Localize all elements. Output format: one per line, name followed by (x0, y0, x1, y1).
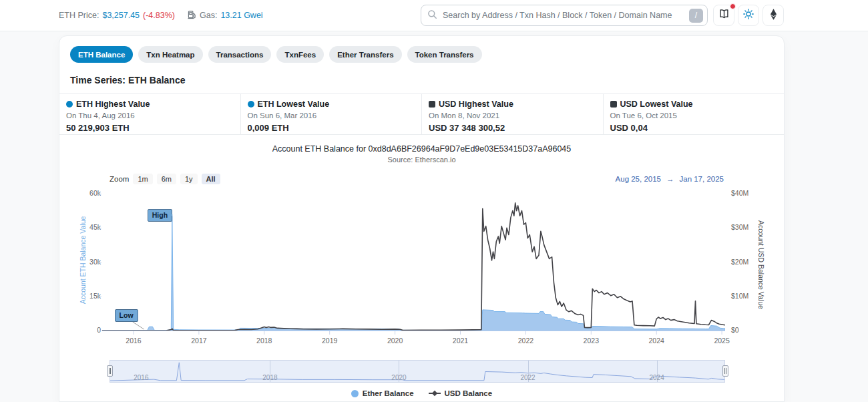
stat-box-0: ETH Highest ValueOn Thu 4, Aug 201650 21… (59, 94, 240, 134)
chart-legend: Ether BalanceUSD Balance (59, 389, 784, 397)
notification-dot (730, 3, 736, 9)
y-tick-left: 0 (66, 326, 101, 334)
chart-tabs: ETH BalanceTxn HeatmapTransactionsTxnFee… (70, 46, 482, 63)
stat-date: On Thu 4, Aug 2016 (66, 112, 240, 120)
stat-box-3: USD Lowest ValueOn Tue 6, Oct 2015USD 0,… (603, 94, 785, 134)
search-icon (427, 9, 437, 22)
stat-value: USD 0,04 (610, 123, 785, 133)
legend-circle-marker (351, 390, 359, 397)
tick-mark (98, 228, 101, 228)
zoom-button-all[interactable]: All (202, 174, 220, 184)
tab-eth-balance[interactable]: ETH Balance (70, 46, 133, 63)
x-tick-label: 2019 (313, 337, 347, 345)
navigator-label: 2018 (256, 374, 283, 381)
eth-price-change: (-4.83%) (143, 11, 175, 20)
square-marker (610, 101, 617, 108)
legend-label: Ether Balance (363, 389, 414, 397)
navigator-label: 2022 (515, 374, 541, 381)
zoom-button-1m[interactable]: 1m (133, 174, 152, 184)
stat-box-2: USD Highest ValueOn Mon 8, Nov 2021USD 3… (421, 94, 603, 134)
circle-marker (66, 101, 73, 108)
y-tick-left: 60k (66, 189, 101, 197)
tick-mark (98, 262, 101, 263)
gas-value[interactable]: 13.21 Gwei (220, 11, 262, 20)
tab-token-transfers[interactable]: Token Transfers (407, 46, 482, 63)
legend-item-ether-balance[interactable]: Ether Balance (351, 389, 414, 397)
x-tick-label: 2025 (705, 337, 738, 345)
flag-high: High (148, 209, 172, 222)
navigator-series-line (110, 363, 724, 381)
zoom-button-1y[interactable]: 1y (180, 174, 198, 184)
usd-balance-line (102, 203, 725, 331)
gas-label: Gas: (200, 11, 217, 20)
zoom-button-6m[interactable]: 6m (157, 174, 176, 184)
low-flag-connector (133, 322, 144, 329)
stat-value: 0,009 ETH (248, 123, 422, 133)
y-tick-right: $20M (731, 258, 761, 266)
tick-mark (98, 296, 101, 297)
zoom-label: Zoom (110, 175, 129, 183)
stat-date: On Tue 6, Oct 2015 (610, 112, 785, 120)
tab-transactions[interactable]: Transactions (208, 46, 272, 63)
range-arrow-icon: → (666, 175, 674, 183)
legend-diamond (431, 391, 437, 396)
x-tick-label: 2023 (574, 337, 608, 345)
sun-icon (743, 9, 754, 22)
directory-button[interactable] (713, 5, 734, 26)
legend-item-usd-balance[interactable]: USD Balance (429, 389, 493, 397)
tick-mark (98, 331, 101, 331)
navigator-left-handle[interactable] (107, 365, 113, 377)
tab-txn-heatmap[interactable]: Txn Heatmap (138, 46, 202, 63)
eth-price-label: ETH Price: (59, 11, 99, 20)
x-tick-label: 2020 (379, 337, 412, 345)
navigator-svg (110, 361, 724, 382)
search-input[interactable] (441, 10, 685, 21)
navigator-label: 2016 (128, 374, 154, 381)
navigator-right-handle[interactable] (722, 365, 728, 377)
tick-mark (98, 194, 101, 194)
x-tick-label: 2017 (182, 337, 216, 345)
gas-pump-icon (188, 10, 196, 21)
circle-marker (248, 101, 254, 108)
legend-diamond-line-marker (429, 390, 441, 397)
stat-date: On Sun 6, Mar 2016 (248, 112, 422, 120)
y-tick-left: 30k (66, 258, 101, 266)
y-tick-left: 45k (66, 223, 101, 231)
stat-title-text: USD Lowest Value (620, 99, 693, 109)
gas-group: Gas: 13.21 Gwei (188, 10, 263, 21)
y-tick-right: $40M (731, 189, 761, 197)
stats-row: ETH Highest ValueOn Thu 4, Aug 201650 21… (59, 93, 784, 135)
theme-toggle-button[interactable] (738, 5, 759, 26)
range-display: Aug 25, 2015 → Jan 17, 2025 (616, 175, 724, 183)
tab-ether-transfers[interactable]: Ether Transfers (329, 46, 401, 63)
stat-title: USD Highest Value (429, 99, 603, 109)
stat-title: ETH Highest Value (66, 99, 240, 109)
stat-title-text: USD Highest Value (439, 99, 513, 109)
navigator-label: 2024 (644, 374, 670, 381)
x-tick-label: 2018 (248, 337, 281, 345)
stat-value: 50 219,903 ETH (66, 123, 240, 133)
eth-price-value[interactable]: $3,257.45 (102, 11, 140, 20)
navigator-label: 2020 (385, 374, 412, 381)
top-bar: ETH Price: $3,257.45 (-4.83%) Gas: 13.21… (0, 0, 868, 31)
x-tick-label: 2021 (443, 337, 477, 345)
ether-balance-area (102, 216, 725, 331)
zoom-row: Zoom 1m6m1yAll (110, 174, 220, 184)
search-bar[interactable]: / (421, 5, 708, 26)
navigator[interactable]: 20162018202020222024 (110, 360, 725, 383)
tab-txnfees[interactable]: TxnFees (276, 46, 324, 63)
x-tick-label: 2016 (117, 337, 150, 345)
search-shortcut-badge: / (689, 9, 703, 23)
y-tick-right: $0 (731, 326, 761, 334)
book-icon (718, 9, 730, 22)
legend-label: USD Balance (445, 389, 493, 397)
y-tick-left: 15k (66, 292, 101, 300)
chart-card: ETH BalanceTxn HeatmapTransactionsTxnFee… (59, 35, 785, 402)
plot-svg (102, 193, 725, 336)
network-button[interactable] (763, 5, 784, 26)
chart-plot[interactable] (102, 193, 725, 336)
range-to: Jan 17, 2025 (679, 175, 724, 183)
zoom-buttons: 1m6m1yAll (133, 174, 220, 184)
chart-title: Account ETH Balance for 0xd8dA6BF26964aF… (59, 144, 784, 154)
y-tick-right: $10M (731, 292, 761, 300)
